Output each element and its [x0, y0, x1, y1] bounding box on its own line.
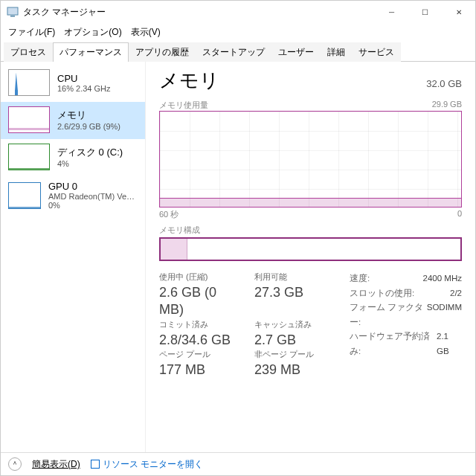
sidebar-gpu-sub2: 0%	[48, 201, 138, 210]
sidebar-item-gpu[interactable]: GPU 0 AMD Radeon(TM) Veg... 0%	[1, 176, 145, 216]
svg-rect-0	[7, 7, 18, 15]
bottom-bar: ＾ 簡易表示(D) リソース モニターを開く	[1, 452, 475, 475]
sidebar-cpu-sub: 16% 2.34 GHz	[57, 84, 111, 93]
sidebar-gpu-name: GPU 0	[48, 181, 138, 192]
sidebar-memory-name: メモリ	[57, 109, 120, 122]
maximize-button[interactable]: ☐	[408, 1, 442, 23]
sidebar-cpu-name: CPU	[57, 73, 111, 84]
memory-usage-fill	[160, 198, 461, 207]
stat-committed-label: コミット済み	[159, 319, 241, 330]
monitor-icon	[91, 460, 100, 469]
tab-processes[interactable]: プロセス	[4, 42, 53, 62]
tab-startup[interactable]: スタートアップ	[196, 42, 271, 62]
sidebar-item-cpu[interactable]: CPU 16% 2.34 GHz	[1, 65, 145, 102]
menu-view[interactable]: 表示(V)	[128, 25, 164, 40]
fewer-details-link[interactable]: 簡易表示(D)	[32, 458, 80, 471]
sidebar-item-disk[interactable]: ディスク 0 (C:) 4%	[1, 139, 145, 176]
gpu-thumb-graph	[8, 182, 41, 209]
sidebar-gpu-sub: AMD Radeon(TM) Veg...	[48, 192, 138, 201]
stat-nonpaged-label: 非ページ プール	[254, 349, 336, 360]
detail-speed-v: 2400 MHz	[423, 271, 462, 286]
stat-paged-label: ページ プール	[159, 349, 241, 360]
titlebar[interactable]: タスク マネージャー ─ ☐ ✕	[1, 1, 475, 23]
tab-services[interactable]: サービス	[352, 42, 401, 62]
menu-file[interactable]: ファイル(F)	[5, 25, 58, 40]
memory-composition-bar[interactable]	[159, 237, 462, 261]
tab-users[interactable]: ユーザー	[271, 42, 321, 62]
stat-paged-value: 177 MB	[159, 361, 241, 379]
menu-bar: ファイル(F) オプション(O) 表示(V)	[1, 23, 475, 42]
stat-in-use-value: 2.6 GB (0 MB)	[159, 284, 241, 319]
content-area: CPU 16% 2.34 GHz メモリ 2.6/29.9 GB (9%) ディ…	[1, 62, 475, 452]
tab-details[interactable]: 詳細	[321, 42, 352, 62]
performance-sidebar: CPU 16% 2.34 GHz メモリ 2.6/29.9 GB (9%) ディ…	[1, 62, 146, 452]
stat-committed-value: 2.8/34.6 GB	[159, 332, 241, 349]
detail-reserved-v: 2.1 GB	[437, 329, 462, 358]
memory-usage-graph[interactable]	[159, 111, 462, 208]
detail-reserved-k: ハードウェア予約済み:	[350, 329, 437, 358]
detail-form-v: SODIMM	[427, 300, 462, 329]
stat-nonpaged-value: 239 MB	[254, 361, 336, 379]
detail-slots-k: スロットの使用:	[350, 286, 414, 301]
sidebar-memory-sub: 2.6/29.9 GB (9%)	[57, 122, 120, 131]
menu-options[interactable]: オプション(O)	[61, 25, 124, 40]
chevron-up-icon[interactable]: ＾	[8, 457, 22, 471]
x-axis-right: 0	[457, 209, 462, 220]
detail-speed-k: 速度:	[350, 271, 370, 286]
memory-detail-pane: メモリ 32.0 GB メモリ使用量 29.9 GB 60 秒 0 メモリ構成 …	[146, 62, 475, 452]
close-button[interactable]: ✕	[442, 1, 475, 23]
minimize-button[interactable]: ─	[375, 1, 408, 23]
window-title: タスク マネージャー	[23, 6, 106, 19]
composition-label: メモリ構成	[159, 225, 462, 236]
memory-thumb-graph	[8, 106, 50, 133]
app-icon	[7, 6, 19, 18]
usage-graph-max: 29.9 GB	[432, 100, 462, 111]
sidebar-item-memory[interactable]: メモリ 2.6/29.9 GB (9%)	[1, 102, 145, 139]
cpu-thumb-graph	[8, 69, 50, 96]
stat-available-label: 利用可能	[254, 271, 336, 283]
x-axis-left: 60 秒	[159, 209, 178, 220]
usage-graph-label: メモリ使用量	[159, 100, 208, 111]
open-resource-monitor-link[interactable]: リソース モニターを開く	[91, 458, 203, 471]
tab-strip: プロセス パフォーマンス アプリの履歴 スタートアップ ユーザー 詳細 サービス	[1, 42, 475, 62]
tab-app-history[interactable]: アプリの履歴	[129, 42, 196, 62]
svg-rect-1	[10, 16, 15, 17]
sidebar-disk-name: ディスク 0 (C:)	[57, 146, 123, 159]
detail-form-k: フォーム ファクター:	[350, 300, 427, 329]
page-title: メモリ	[159, 68, 219, 94]
stat-cached-value: 2.7 GB	[254, 332, 336, 349]
composition-used-segment	[161, 239, 187, 260]
sidebar-disk-sub: 4%	[57, 159, 123, 168]
memory-capacity: 32.0 GB	[426, 78, 462, 89]
disk-thumb-graph	[8, 144, 50, 170]
detail-slots-v: 2/2	[450, 286, 462, 301]
tab-performance[interactable]: パフォーマンス	[53, 42, 129, 62]
stat-cached-label: キャッシュ済み	[254, 319, 336, 330]
stat-in-use-label: 使用中 (圧縮)	[159, 271, 241, 283]
stat-available-value: 27.3 GB	[254, 284, 336, 301]
task-manager-window: タスク マネージャー ─ ☐ ✕ ファイル(F) オプション(O) 表示(V) …	[0, 0, 476, 476]
